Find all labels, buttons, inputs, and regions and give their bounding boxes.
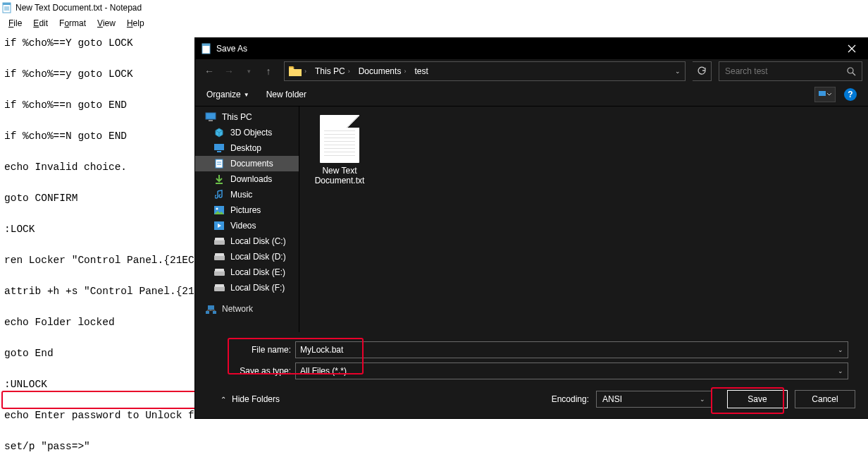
svg-rect-14 <box>216 159 223 168</box>
svg-line-8 <box>852 73 855 75</box>
cube-icon <box>213 128 225 138</box>
menubar: File Edit Format View Help <box>0 16 868 30</box>
tree-downloads[interactable]: Downloads <box>195 171 299 187</box>
hide-folders-button[interactable]: ⌃ Hide Folders <box>221 394 280 404</box>
filename-input[interactable]: MyLock.bat ⌄ <box>295 341 848 358</box>
breadcrumb-documents[interactable]: Documents› <box>354 66 411 76</box>
svg-rect-30 <box>206 311 209 314</box>
search-input[interactable]: Search test <box>719 61 862 81</box>
downloads-icon <box>213 174 225 184</box>
cancel-button[interactable]: Cancel <box>795 390 855 408</box>
text-file-icon <box>320 115 359 163</box>
tree-3d-objects[interactable]: 3D Objects <box>195 125 299 140</box>
filename-label: File name: <box>206 345 295 355</box>
nav-recent-dropdown[interactable]: ▾ <box>240 63 257 80</box>
menu-view[interactable]: View <box>92 17 121 30</box>
notepad-titlebar: New Text Document.txt - Notepad <box>0 0 868 16</box>
close-button[interactable] <box>836 38 868 59</box>
tree-disk-e[interactable]: Local Disk (E:) <box>195 264 299 280</box>
videos-icon <box>213 221 225 231</box>
help-icon[interactable]: ? <box>844 88 857 101</box>
svg-rect-22 <box>215 238 224 240</box>
nav-forward-button[interactable]: → <box>221 63 237 80</box>
disk-icon <box>213 267 225 277</box>
dialog-titlebar: Save As <box>195 38 868 59</box>
breadcrumb-this-pc[interactable]: This PC› <box>311 66 354 76</box>
svg-rect-1 <box>3 3 11 5</box>
chevron-down-icon[interactable]: ⌄ <box>838 367 843 374</box>
save-as-icon <box>201 43 212 54</box>
svg-rect-24 <box>215 253 224 256</box>
documents-icon <box>213 159 225 169</box>
chevron-down-icon[interactable]: ⌄ <box>838 346 843 353</box>
svg-rect-13 <box>217 151 221 152</box>
svg-rect-23 <box>214 255 225 260</box>
network-icon <box>205 304 216 314</box>
refresh-button[interactable] <box>693 61 712 81</box>
disk-icon <box>213 236 225 246</box>
svg-point-7 <box>848 68 853 73</box>
svg-rect-28 <box>215 284 224 287</box>
saveastype-select[interactable]: All Files (*.*) ⌄ <box>295 363 848 379</box>
dialog-toolbar: Organize▼ New folder ? <box>195 83 868 106</box>
svg-point-19 <box>216 208 218 210</box>
svg-rect-27 <box>214 286 225 291</box>
tree-disk-d[interactable]: Local Disk (D:) <box>195 249 299 264</box>
menu-help[interactable]: Help <box>121 17 150 30</box>
svg-rect-31 <box>213 311 216 314</box>
tree-documents[interactable]: Documents <box>195 156 299 171</box>
svg-rect-6 <box>202 44 210 46</box>
svg-rect-11 <box>209 120 213 121</box>
saveastype-label: Save as type: <box>206 366 295 376</box>
new-folder-button[interactable]: New folder <box>266 90 306 99</box>
tree-pictures[interactable]: Pictures <box>195 202 299 218</box>
svg-rect-17 <box>216 183 223 184</box>
desktop-icon <box>213 143 225 153</box>
save-button[interactable]: Save <box>727 390 788 408</box>
dialog-nav: ← → ▾ ↑ › This PC› Documents› test ⌄ Sea… <box>195 59 868 83</box>
view-options-button[interactable] <box>814 87 836 102</box>
menu-file[interactable]: File <box>3 17 27 30</box>
window-title: New Text Document.txt - Notepad <box>16 3 142 13</box>
svg-rect-9 <box>819 91 826 96</box>
svg-rect-12 <box>214 144 224 150</box>
encoding-select[interactable]: ANSI ⌄ <box>596 391 712 408</box>
monitor-icon <box>205 112 216 122</box>
svg-rect-26 <box>215 269 224 272</box>
tree-videos[interactable]: Videos <box>195 218 299 233</box>
tree-this-pc[interactable]: This PC <box>195 109 299 125</box>
svg-rect-29 <box>208 305 214 310</box>
music-icon <box>213 190 225 200</box>
pictures-icon <box>213 205 225 215</box>
tree-network[interactable]: Network <box>195 301 299 317</box>
file-list[interactable]: New Text Document.txt <box>299 106 868 332</box>
disk-icon <box>213 252 225 262</box>
notepad-icon <box>1 2 13 13</box>
tree-music[interactable]: Music <box>195 187 299 202</box>
svg-rect-10 <box>206 113 216 119</box>
tree-disk-c[interactable]: Local Disk (C:) <box>195 233 299 249</box>
tree-desktop[interactable]: Desktop <box>195 140 299 156</box>
file-item-label: New Text Document.txt <box>315 166 365 185</box>
menu-edit[interactable]: Edit <box>27 17 54 30</box>
nav-up-button[interactable]: ↑ <box>260 63 277 80</box>
chevron-down-icon[interactable]: ⌄ <box>700 396 705 403</box>
search-icon <box>847 67 856 76</box>
nav-back-button[interactable]: ← <box>201 63 218 80</box>
dialog-title: Save As <box>216 44 247 54</box>
breadcrumb-folder-icon[interactable]: › <box>285 66 311 76</box>
svg-rect-25 <box>214 271 225 276</box>
breadcrumb-test[interactable]: test <box>410 66 432 76</box>
encoding-label: Encoding: <box>552 394 589 404</box>
tree-disk-f[interactable]: Local Disk (F:) <box>195 280 299 296</box>
breadcrumb[interactable]: › This PC› Documents› test ⌄ <box>284 61 686 81</box>
file-item[interactable]: New Text Document.txt <box>308 115 371 185</box>
save-as-dialog: Save As ← → ▾ ↑ › This PC› Documents› te… <box>195 38 868 418</box>
breadcrumb-dropdown-icon[interactable]: ⌄ <box>675 68 681 75</box>
menu-format[interactable]: Format <box>54 17 92 30</box>
svg-rect-21 <box>214 240 225 245</box>
search-placeholder: Search test <box>725 66 768 76</box>
organize-button[interactable]: Organize▼ <box>206 90 249 99</box>
chevron-up-icon: ⌃ <box>221 396 226 403</box>
disk-icon <box>213 283 225 293</box>
